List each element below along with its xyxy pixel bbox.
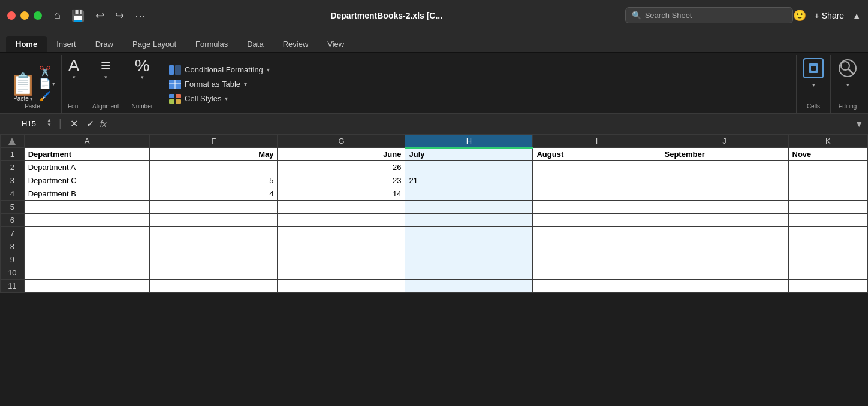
tab-insert[interactable]: Insert <box>47 36 86 52</box>
cell-G4[interactable]: 14 <box>278 187 405 201</box>
cell-K7[interactable] <box>788 227 867 240</box>
cell-J9[interactable] <box>661 253 788 266</box>
home-icon[interactable]: ⌂ <box>52 7 63 24</box>
formula-input[interactable] <box>110 119 852 128</box>
cell-F9[interactable] <box>150 253 278 266</box>
number-dropdown-arrow[interactable]: ▾ <box>141 74 144 80</box>
cell-K2[interactable] <box>788 161 867 174</box>
formula-expand-icon[interactable]: ▼ <box>855 119 863 129</box>
cell-A3[interactable]: Department C <box>24 174 150 187</box>
format-painter-button[interactable]: 🖌️ <box>39 90 55 102</box>
col-header-H[interactable]: H <box>405 135 533 148</box>
row-num-6[interactable]: 6 <box>1 214 25 227</box>
cell-F2[interactable] <box>150 161 278 174</box>
maximize-button[interactable] <box>34 11 42 20</box>
cell-A5[interactable] <box>24 201 150 214</box>
ribbon-collapse-icon[interactable]: ▲ <box>852 11 861 20</box>
cell-G5[interactable] <box>278 201 405 214</box>
cell-G10[interactable] <box>278 266 405 280</box>
number-button[interactable]: % ▾ <box>135 57 150 80</box>
cell-I8[interactable] <box>533 240 661 253</box>
cell-J8[interactable] <box>661 240 788 253</box>
cell-K10[interactable] <box>788 266 867 280</box>
format-as-table-button[interactable]: Format as Table ▾ <box>165 78 790 91</box>
cell-J2[interactable] <box>661 161 788 174</box>
copy-button[interactable]: 📄 ▾ <box>39 78 55 89</box>
cell-H11[interactable] <box>405 280 533 293</box>
font-dropdown-arrow[interactable]: ▾ <box>73 74 76 80</box>
cell-K5[interactable] <box>788 201 867 214</box>
cell-A8[interactable] <box>24 240 150 253</box>
cell-A7[interactable] <box>24 227 150 240</box>
row-num-5[interactable]: 5 <box>1 201 25 214</box>
cell-F8[interactable] <box>150 240 278 253</box>
col-header-I[interactable]: I <box>533 135 661 148</box>
cell-A4[interactable]: Department B <box>24 187 150 201</box>
cell-I7[interactable] <box>533 227 661 240</box>
cell-I11[interactable] <box>533 280 661 293</box>
paste-dropdown-arrow[interactable]: ▾ <box>30 96 33 102</box>
cell-A1[interactable]: Department <box>24 148 150 161</box>
cell-F3[interactable]: 5 <box>150 174 278 187</box>
col-header-F[interactable]: F <box>150 135 278 148</box>
row-num-1[interactable]: 1 <box>1 148 25 161</box>
editing-button[interactable]: ▾ <box>837 57 858 88</box>
undo-icon[interactable]: ↩ <box>93 7 107 25</box>
redo-icon[interactable]: ↪ <box>113 7 126 25</box>
cell-K9[interactable] <box>788 253 867 266</box>
cell-K6[interactable] <box>788 214 867 227</box>
save-icon[interactable]: 💾 <box>69 7 87 25</box>
cell-G9[interactable] <box>278 253 405 266</box>
tab-page-layout[interactable]: Page Layout <box>123 36 186 52</box>
cells-dropdown-arrow[interactable]: ▾ <box>812 82 815 88</box>
row-num-11[interactable]: 11 <box>1 280 25 293</box>
cell-I9[interactable] <box>533 253 661 266</box>
cell-F10[interactable] <box>150 266 278 280</box>
cell-J6[interactable] <box>661 214 788 227</box>
row-num-2[interactable]: 2 <box>1 161 25 174</box>
row-num-10[interactable]: 10 <box>1 266 25 280</box>
cell-K3[interactable] <box>788 174 867 187</box>
cell-I3[interactable] <box>533 174 661 187</box>
cell-F1[interactable]: May <box>150 148 278 161</box>
col-header-J[interactable]: J <box>661 135 788 148</box>
tab-draw[interactable]: Draw <box>86 36 123 52</box>
confirm-formula-button[interactable]: ✓ <box>84 117 97 131</box>
cell-H4[interactable] <box>405 187 533 201</box>
cell-H3[interactable]: 21 <box>405 174 533 187</box>
cell-I1[interactable]: August <box>533 148 661 161</box>
row-num-7[interactable]: 7 <box>1 227 25 240</box>
row-num-9[interactable]: 9 <box>1 253 25 266</box>
cell-I2[interactable] <box>533 161 661 174</box>
cell-H8[interactable] <box>405 240 533 253</box>
cut-button[interactable]: ✂️ <box>39 65 55 77</box>
search-bar[interactable]: 🔍 Search Sheet <box>625 7 793 23</box>
cell-H7[interactable] <box>405 227 533 240</box>
cell-H9[interactable] <box>405 253 533 266</box>
cell-J7[interactable] <box>661 227 788 240</box>
cell-A9[interactable] <box>24 253 150 266</box>
row-num-4[interactable]: 4 <box>1 187 25 201</box>
tab-data[interactable]: Data <box>237 36 273 52</box>
cell-A6[interactable] <box>24 214 150 227</box>
cell-G11[interactable] <box>278 280 405 293</box>
cell-I5[interactable] <box>533 201 661 214</box>
smiley-icon[interactable]: 🙂 <box>793 9 806 22</box>
cell-A2[interactable]: Department A <box>24 161 150 174</box>
cell-J3[interactable] <box>661 174 788 187</box>
cancel-formula-button[interactable]: ✕ <box>68 117 80 131</box>
alignment-button[interactable]: ≡ ▾ <box>101 57 110 80</box>
row-num-3[interactable]: 3 <box>1 174 25 187</box>
minimize-button[interactable] <box>20 11 29 20</box>
cell-G7[interactable] <box>278 227 405 240</box>
cells-button[interactable]: ▾ <box>803 57 824 88</box>
cell-G2[interactable]: 26 <box>278 161 405 174</box>
cell-H5[interactable] <box>405 201 533 214</box>
corner-cell[interactable] <box>1 135 25 148</box>
cell-I10[interactable] <box>533 266 661 280</box>
cell-F5[interactable] <box>150 201 278 214</box>
share-button[interactable]: + Share <box>815 11 844 20</box>
cell-G6[interactable] <box>278 214 405 227</box>
tab-formulas[interactable]: Formulas <box>186 36 237 52</box>
tab-home[interactable]: Home <box>6 36 47 52</box>
